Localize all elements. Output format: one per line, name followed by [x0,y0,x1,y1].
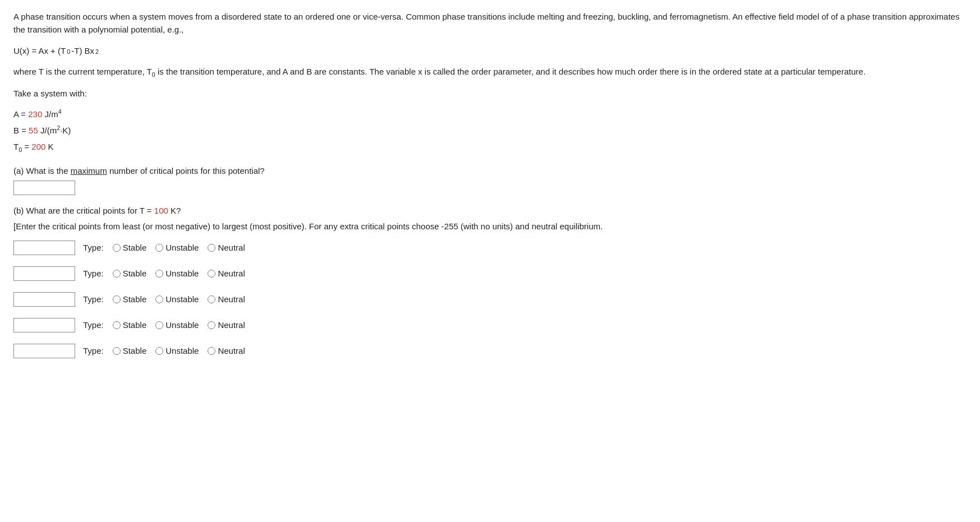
cp4-stable-label: Stable [123,318,147,331]
cp4-neutral-radio[interactable] [208,321,215,329]
T0-eq: = [22,142,31,151]
cp2-unstable-radio[interactable] [155,270,163,278]
part-b-suffix: K? [168,206,181,215]
cp4-stable-option[interactable]: Stable [113,318,147,331]
para2-prefix: where T is the current temperature, T [13,67,152,76]
cp5-unstable-option[interactable]: Unstable [155,344,199,357]
part-b-instruction: [Enter the critical points from least (o… [13,220,967,233]
cp1-input[interactable] [13,241,75,255]
cp2-unstable-label: Unstable [165,267,199,280]
A-label: A = [13,109,28,119]
cp4-type-label: Type: [83,318,104,331]
cp5-unstable-radio[interactable] [155,347,163,355]
A-exp: 4 [58,108,62,115]
cp5-input[interactable] [13,344,75,358]
part-b-T-value: 100 [154,206,168,215]
cp1-unstable-label: Unstable [165,241,199,254]
critical-point-row-2: Type: Stable Unstable Neutral [13,266,967,281]
constant-T0: T0 = 200 K [13,139,967,156]
formula-plus: + (T [50,44,66,57]
critical-point-row-4: Type: Stable Unstable Neutral [13,318,967,332]
cp4-stable-radio[interactable] [113,321,121,329]
cp1-stable-option[interactable]: Stable [113,241,147,254]
cp2-input[interactable] [13,266,75,281]
cp1-neutral-radio[interactable] [208,244,215,252]
cp5-neutral-label: Neutral [218,344,245,357]
part-a-underline: maximum [71,166,107,175]
B-value: 55 [29,126,38,135]
cp4-input[interactable] [13,318,75,332]
A-units: J/m [42,109,58,119]
cp1-neutral-label: Neutral [218,241,245,254]
cp4-neutral-label: Neutral [218,318,245,331]
T0-units: K [45,142,53,151]
cp4-unstable-radio[interactable] [155,321,163,329]
critical-point-row-5: Type: Stable Unstable Neutral [13,344,967,358]
cp5-neutral-option[interactable]: Neutral [208,344,245,357]
cp1-type-label: Type: [83,241,104,254]
cp3-radio-group: Stable Unstable Neutral [113,293,245,306]
formula-sub0: 0 [67,47,70,57]
intro-paragraph-2: where T is the current temperature, T0 i… [13,65,967,80]
part-b-prefix: (b) What are the critical points for T = [13,206,154,215]
T0-label: T [13,142,19,151]
intro-paragraph-1: A phase transition occurs when a system … [13,10,967,36]
cp4-radio-group: Stable Unstable Neutral [113,318,245,331]
cp1-neutral-option[interactable]: Neutral [208,241,245,254]
constant-B: B = 55 J/(m2·K) [13,122,967,139]
part-a-input[interactable] [13,181,75,195]
cp3-input[interactable] [13,292,75,307]
cp2-neutral-radio[interactable] [208,270,215,278]
cp2-neutral-label: Neutral [218,267,245,280]
part-b-label: (b) What are the critical points for T =… [13,204,967,217]
formula-minus-t: -T) Bx [71,44,94,57]
cp5-stable-label: Stable [123,344,147,357]
cp4-neutral-option[interactable]: Neutral [208,318,245,331]
cp5-type-label: Type: [83,344,104,357]
cp5-stable-radio[interactable] [113,347,121,355]
B-label: B = [13,126,29,135]
cp1-unstable-option[interactable]: Unstable [155,241,199,254]
cp1-unstable-radio[interactable] [155,244,163,252]
constant-A: A = 230 J/m4 [13,106,967,123]
cp2-unstable-option[interactable]: Unstable [155,267,199,280]
cp1-stable-label: Stable [123,241,147,254]
cp1-stable-radio[interactable] [113,244,121,252]
cp2-stable-label: Stable [123,267,147,280]
cp4-unstable-option[interactable]: Unstable [155,318,199,331]
formula-exp2: 2 [95,47,99,57]
para2-suffix: is the transition temperature, and A and… [155,67,866,76]
cp5-stable-option[interactable]: Stable [113,344,147,357]
cp5-neutral-radio[interactable] [208,347,215,355]
cp3-stable-option[interactable]: Stable [113,293,147,306]
constants-block: A = 230 J/m4 B = 55 J/(m2·K) T0 = 200 K [13,106,967,156]
formula-ux: U(x) = Ax [13,44,48,57]
part-b-section: (b) What are the critical points for T =… [13,204,967,358]
cp3-neutral-option[interactable]: Neutral [208,293,245,306]
B-units: J/(m [38,126,57,135]
cp5-unstable-label: Unstable [165,344,199,357]
cp2-radio-group: Stable Unstable Neutral [113,267,245,280]
cp2-neutral-option[interactable]: Neutral [208,267,245,280]
cp3-unstable-radio[interactable] [155,295,163,303]
cp3-stable-label: Stable [123,293,147,306]
A-value: 230 [28,109,42,119]
cp4-unstable-label: Unstable [165,318,199,331]
T0-value: 200 [31,142,45,151]
critical-point-row-3: Type: Stable Unstable Neutral [13,292,967,307]
cp3-unstable-label: Unstable [165,293,199,306]
cp2-type-label: Type: [83,267,104,280]
part-a-label: (a) What is the maximum number of critic… [13,164,967,177]
cp5-radio-group: Stable Unstable Neutral [113,344,245,357]
B-units2: ·K) [60,126,71,135]
cp3-stable-radio[interactable] [113,295,121,303]
part-a-suffix: number of critical points for this poten… [107,166,265,175]
part-a-prefix: (a) What is the [13,166,71,175]
cp3-neutral-radio[interactable] [208,295,215,303]
cp2-stable-option[interactable]: Stable [113,267,147,280]
cp1-radio-group: Stable Unstable Neutral [113,241,245,254]
cp3-unstable-option[interactable]: Unstable [155,293,199,306]
formula-block: U(x) = Ax + (T0-T) Bx2 [13,44,967,57]
cp2-stable-radio[interactable] [113,270,121,278]
cp3-neutral-label: Neutral [218,293,245,306]
